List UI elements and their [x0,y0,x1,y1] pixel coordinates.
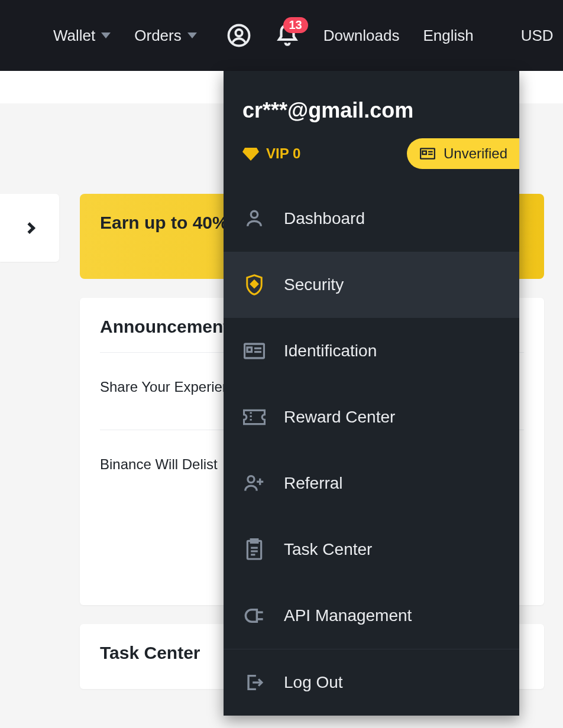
svg-point-13 [248,476,254,483]
svg-rect-16 [247,541,261,559]
menu-reward-center[interactable]: Reward Center [224,384,519,450]
verification-pill[interactable]: Unverified [407,138,519,169]
topbar: Wallet Orders 13 Downloads English USD [0,0,563,71]
orders-label: Orders [134,27,181,45]
notifications-button[interactable]: 13 [275,23,300,48]
logout-icon [242,671,266,694]
dropdown-header: cr***@gmail.com VIP 0 Unverified [224,71,519,186]
menu-dashboard[interactable]: Dashboard [224,186,519,252]
currency-selector[interactable]: USD [521,27,554,45]
menu-security[interactable]: Security [224,252,519,318]
sidebar-expand[interactable] [0,194,59,262]
id-icon [242,339,266,363]
menu-task-center[interactable]: Task Center [224,516,519,583]
svg-rect-7 [251,281,258,288]
downloads-label: Downloads [323,27,400,45]
vip-badge[interactable]: VIP 0 [242,145,300,162]
svg-point-6 [251,211,257,217]
menu-api-management[interactable]: API Management [224,583,519,649]
user-icon [242,207,266,230]
menu-referral[interactable]: Referral [224,450,519,516]
user-plus-icon [242,472,266,495]
caret-down-icon [101,32,111,38]
svg-point-1 [235,30,242,36]
ticket-icon [242,405,266,429]
svg-rect-9 [247,347,252,352]
svg-rect-3 [422,151,426,154]
id-card-icon [420,148,435,160]
profile-icon[interactable] [227,22,251,48]
language-selector[interactable]: English [423,27,473,45]
menu-identification[interactable]: Identification [224,318,519,384]
clipboard-icon [242,538,266,561]
orders-menu[interactable]: Orders [134,27,196,45]
user-dropdown: cr***@gmail.com VIP 0 Unverified [224,71,519,716]
currency-label: USD [521,27,554,45]
language-label: English [423,27,473,45]
downloads-link[interactable]: Downloads [323,27,400,45]
shield-icon [242,273,266,297]
notification-badge: 13 [283,17,308,33]
menu-logout[interactable]: Log Out [224,649,519,716]
user-email: cr***@gmail.com [242,98,500,123]
caret-down-icon [187,32,197,38]
plug-icon [242,604,266,628]
wallet-menu[interactable]: Wallet [53,27,111,45]
wallet-label: Wallet [53,27,95,45]
chevron-right-icon [24,222,35,234]
diamond-icon [242,148,259,160]
